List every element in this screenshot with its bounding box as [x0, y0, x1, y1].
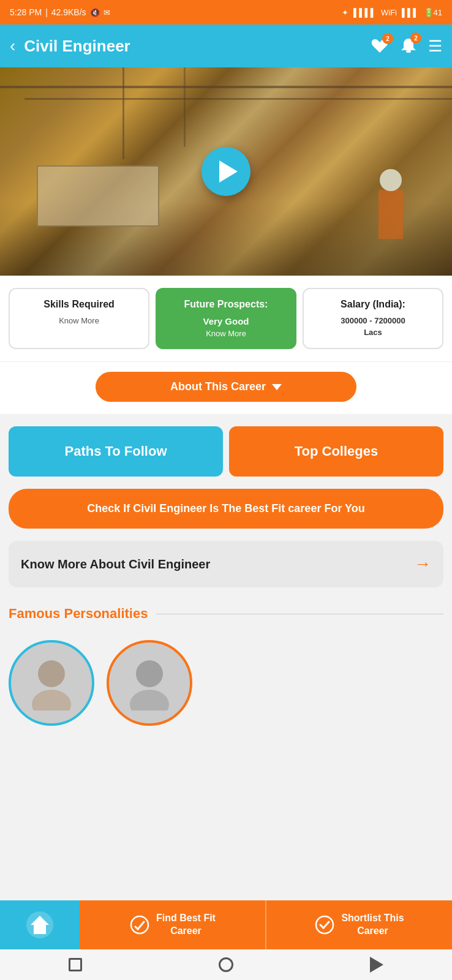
know-more-label: Know More About Civil Engineer — [21, 557, 210, 571]
nav-square-button[interactable] — [69, 958, 82, 971]
svg-point-7 — [131, 916, 148, 933]
status-bar: 5:28 PM | 42.9KB/s 🔇 ✉ ✦ ▌▌▌▌ WiFi ▌▌▌ 🔋… — [0, 0, 452, 24]
play-button[interactable] — [202, 147, 250, 196]
famous-personalities-section: Famous Personalities — [0, 594, 452, 628]
about-career-button[interactable]: About This Career — [96, 372, 356, 402]
cards-section: Skills Required Know More Future Prospec… — [0, 276, 452, 361]
prospects-card[interactable]: Future Prospects: Very Good Know More — [156, 288, 296, 349]
skills-know-more: Know More — [16, 316, 142, 325]
find-best-fit-button[interactable]: Find Best FitCareer — [80, 900, 266, 949]
menu-button[interactable]: ☰ — [428, 37, 442, 56]
chevron-down-icon — [272, 384, 282, 390]
prospects-title: Future Prospects: — [163, 299, 289, 310]
skills-title: Skills Required — [16, 299, 142, 310]
salary-card[interactable]: Salary (India): 300000 - 7200000 Lacs — [303, 288, 443, 349]
favorites-badge: 2 — [382, 33, 393, 44]
notifications-button[interactable]: 2 — [400, 37, 417, 55]
colleges-button[interactable]: Top Colleges — [229, 426, 443, 477]
know-more-section: Know More About Civil Engineer → — [0, 535, 452, 594]
prospects-know-more: Know More — [163, 329, 289, 338]
signal-icon: ▌▌▌▌ — [353, 8, 376, 17]
svg-point-1 — [38, 660, 65, 687]
favorites-button[interactable]: 2 — [371, 37, 389, 55]
svg-point-4 — [130, 690, 169, 710]
page-title: Civil Engineer — [24, 37, 362, 56]
prospects-value: Very Good — [163, 316, 289, 326]
know-more-card[interactable]: Know More About Civil Engineer → — [9, 541, 443, 587]
mute-icon: 🔇 — [90, 8, 100, 17]
header: ‹ Civil Engineer 2 2 ☰ — [0, 24, 452, 67]
salary-range: 300000 - 7200000 — [310, 316, 436, 325]
status-network: | — [45, 7, 48, 17]
bottom-action-bar: Find Best FitCareer Shortlist ThisCareer — [0, 900, 452, 949]
status-right: ✦ ▌▌▌▌ WiFi ▌▌▌ 🔋41 — [342, 8, 442, 17]
famous-divider — [156, 614, 443, 614]
salary-title: Salary (India): — [310, 299, 436, 310]
skills-card[interactable]: Skills Required Know More — [9, 288, 149, 349]
notifications-badge: 2 — [410, 32, 421, 43]
header-icons: 2 2 ☰ — [371, 37, 442, 56]
svg-point-8 — [316, 916, 333, 933]
status-time: 5:28 PM — [10, 7, 42, 17]
about-section: About This Career — [0, 361, 452, 414]
paths-button[interactable]: Paths To Follow — [9, 426, 223, 477]
home-button[interactable] — [0, 900, 80, 949]
bluetooth-icon: ✦ — [342, 8, 348, 17]
paths-colleges-row: Paths To Follow Top Colleges — [0, 414, 452, 483]
salary-unit: Lacs — [310, 328, 436, 337]
find-fit-label: Find Best FitCareer — [156, 912, 216, 938]
shortlist-career-button[interactable]: Shortlist ThisCareer — [266, 900, 452, 949]
shortlist-label: Shortlist ThisCareer — [341, 912, 404, 938]
about-career-label: About This Career — [170, 380, 266, 393]
personality-avatar-2[interactable] — [107, 640, 192, 726]
back-button[interactable]: ‹ — [10, 36, 15, 56]
wifi-icon: WiFi — [381, 8, 397, 17]
status-left: 5:28 PM | 42.9KB/s 🔇 ✉ — [10, 7, 110, 17]
personality-avatar-1[interactable] — [9, 640, 94, 726]
check-fit-section: Check If Civil Engineer Is The Best Fit … — [0, 483, 452, 535]
sms-icon: ✉ — [104, 8, 110, 17]
check-fit-button[interactable]: Check If Civil Engineer Is The Best Fit … — [9, 489, 443, 529]
svg-rect-0 — [406, 50, 411, 53]
nav-home-button[interactable] — [219, 957, 233, 972]
status-speed: 42.9KB/s — [51, 7, 86, 17]
svg-point-2 — [32, 690, 71, 710]
signal2-icon: ▌▌▌ — [402, 8, 419, 17]
video-container — [0, 67, 452, 276]
avatars-row — [0, 628, 452, 732]
arrow-right-icon: → — [414, 554, 431, 574]
svg-point-3 — [136, 660, 163, 687]
nav-back-button[interactable] — [370, 957, 383, 973]
system-nav — [0, 949, 452, 980]
famous-title: Famous Personalities — [9, 606, 443, 622]
battery-icon: 🔋41 — [424, 8, 442, 17]
